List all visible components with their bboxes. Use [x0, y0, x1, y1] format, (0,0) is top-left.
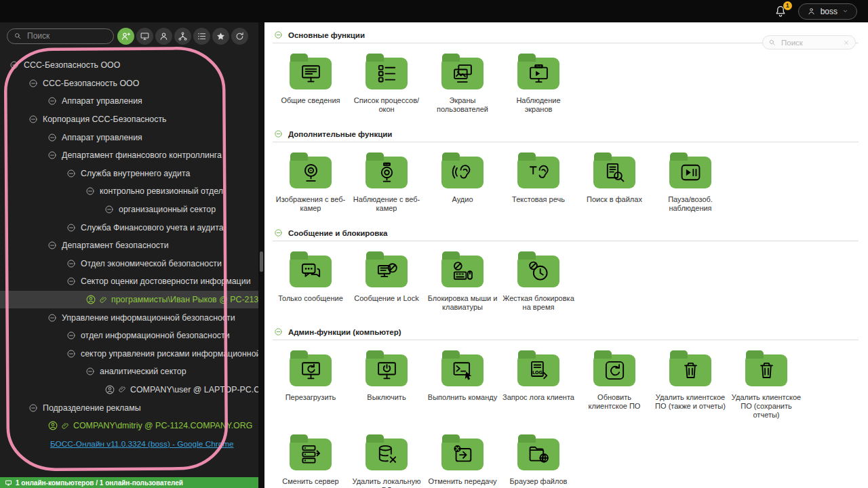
clear-search-icon[interactable]: [843, 39, 850, 46]
tree-item[interactable]: ССС-Безопасность ООО: [0, 75, 258, 93]
collapse-icon[interactable]: [47, 133, 57, 142]
toolbar-users-button[interactable]: [155, 28, 172, 45]
tree-item[interactable]: сектор управления рисками информационной…: [0, 345, 258, 363]
tile-client-log[interactable]: LOGЗапрос лога клиента: [500, 350, 576, 420]
tile-message[interactable]: Только сообщение: [273, 251, 349, 312]
collapse-icon[interactable]: [47, 96, 57, 106]
paperclip-icon: [61, 422, 70, 430]
tree-item[interactable]: ССС-Безопасность ООО: [0, 56, 258, 75]
search-icon: [14, 32, 22, 40]
collapse-icon[interactable]: [47, 150, 57, 160]
section-header[interactable]: Дополнительные функции: [273, 128, 859, 142]
tree-item-label: ССС-Безопасность ООО: [43, 79, 139, 88]
collapse-icon[interactable]: [47, 241, 57, 250]
tree-item[interactable]: отдел информационной безопасности: [0, 327, 258, 345]
tree-item[interactable]: программисты\Иван Рыков @ PC-2135.COM: [0, 291, 258, 309]
tree-item-label: ССС-Безопасность ООО: [24, 60, 120, 70]
tile-input-lock[interactable]: Блокировка мыши и клавиатуры: [425, 251, 500, 312]
sidebar-header: [0, 22, 258, 49]
collapse-icon[interactable]: [274, 30, 283, 39]
tree-item-label: аналитический сектор: [100, 367, 186, 376]
toolbar-list-view-button[interactable]: [193, 28, 210, 45]
tile-restart[interactable]: Перезагрузить: [273, 350, 349, 420]
tile-screen-live[interactable]: liveНаблюдение экранов: [500, 54, 576, 114]
tree-item[interactable]: Аппарат управления: [0, 128, 258, 146]
tree-item[interactable]: Сектор оценки достоверности информации: [0, 272, 258, 291]
tree-item[interactable]: Департамент безопасности: [0, 237, 258, 255]
tile-uninstall[interactable]: Удалить клиентское ПО (также и отчеты): [652, 350, 728, 420]
sidebar-search[interactable]: [7, 28, 114, 44]
tile-change-server[interactable]: Сменить сервер: [273, 434, 349, 488]
tile-audio-ear[interactable]: Аудио: [425, 152, 500, 213]
toolbar-computers-button[interactable]: [136, 28, 153, 45]
section-header[interactable]: Сообщение и блокировка: [273, 227, 859, 241]
tile-uninstall[interactable]: Удалить клиентское ПО (сохранить отчеты): [728, 350, 804, 420]
collapse-icon[interactable]: [47, 313, 57, 323]
tile-pause-resume[interactable]: Пауза/возоб. наблюдения: [652, 152, 728, 213]
collapse-icon[interactable]: [274, 327, 283, 336]
toolbar-refresh-button[interactable]: [231, 28, 248, 45]
tile-run-command[interactable]: Выполнить команду: [425, 350, 500, 420]
tree-item[interactable]: Аппарат управления: [0, 92, 258, 110]
user-icon: [47, 420, 58, 431]
tree-item[interactable]: БОСС-Онлайн v11.0.3324 (boss) - Google C…: [0, 434, 258, 453]
collapse-icon[interactable]: [28, 79, 38, 88]
collapse-icon[interactable]: [85, 367, 95, 376]
tree-item[interactable]: COMPANY\user @ LAPTOP-PC.CO: [0, 381, 258, 399]
tree-item[interactable]: COMPANY\dmitriy @ PC-1124.COMPANY.ORG: [0, 417, 258, 435]
function-section: Дополнительные функцииИзображения с веб-…: [273, 128, 859, 213]
tree-item-label: COMPANY\dmitriy @ PC-1124.COMPANY.ORG: [73, 421, 252, 430]
splitter-handle[interactable]: [260, 251, 263, 272]
collapse-icon[interactable]: [28, 115, 38, 124]
collapse-icon[interactable]: [66, 223, 76, 232]
collapse-icon[interactable]: [66, 349, 76, 359]
toolbar-structure-button[interactable]: [174, 28, 191, 45]
tile-time-lock[interactable]: Жесткая блокировка на время: [500, 251, 576, 312]
tree-item[interactable]: контрольно ревизионный отдел: [0, 182, 258, 201]
monitor-info-icon: [290, 58, 332, 89]
toolbar-favorites-button[interactable]: [212, 28, 229, 45]
tile-monitor-info[interactable]: Общие сведения: [273, 54, 349, 114]
tile-shutdown[interactable]: Выключить: [349, 350, 425, 420]
tile-update-client[interactable]: Обновить клиентское ПО: [576, 350, 652, 420]
tile-file-browser[interactable]: Браузер файлов: [500, 434, 576, 488]
collapse-icon[interactable]: [66, 259, 76, 268]
tile-process-list[interactable]: Список процессов/окон: [349, 54, 425, 114]
collapse-icon[interactable]: [66, 331, 76, 340]
tile-label: Экраны пользователей: [427, 96, 498, 114]
tile-cancel-transfer[interactable]: Отменить передачу отложенных данных: [425, 434, 500, 488]
collapse-icon[interactable]: [66, 277, 76, 286]
tile-message-lock[interactable]: Сообщение и Lock: [349, 251, 425, 312]
notifications-button[interactable]: 1: [774, 5, 787, 18]
tree-item[interactable]: Подразделение рекламы: [0, 399, 258, 417]
collapse-icon[interactable]: [85, 186, 95, 196]
collapse-icon[interactable]: [66, 169, 76, 178]
toolbar-user-add-button[interactable]: [117, 28, 134, 45]
tile-text-speech[interactable]: Текстовая речь: [500, 152, 576, 213]
collapse-icon[interactable]: [104, 205, 114, 214]
tile-file-search[interactable]: Поиск в файлах: [576, 152, 652, 213]
section-header[interactable]: Админ-функции (компьютер): [273, 326, 859, 340]
tile-user-screens[interactable]: Экраны пользователей: [425, 54, 500, 114]
tree-item[interactable]: Служба внутреннего аудита: [0, 165, 258, 183]
tree-item[interactable]: Служба Финансового учета и аудита: [0, 218, 258, 237]
collapse-icon[interactable]: [28, 403, 38, 413]
tree-item[interactable]: аналитический сектор: [0, 363, 258, 381]
tree-item[interactable]: Департамент финансового контроллинга: [0, 146, 258, 165]
tile-webcam[interactable]: Изображения с веб-камер: [273, 152, 349, 213]
tile-webcam-live[interactable]: liveНаблюдение с веб-камер: [349, 152, 425, 213]
collapse-icon[interactable]: [274, 228, 283, 237]
splitter[interactable]: [258, 22, 264, 488]
sidebar-search-input[interactable]: [26, 30, 107, 41]
chevron-down-icon: [842, 8, 848, 14]
tree-item[interactable]: Управление информационной безопасности: [0, 308, 258, 327]
tree-item[interactable]: Корпорация ССС-Безопасность: [0, 110, 258, 129]
collapse-icon[interactable]: [9, 60, 19, 70]
tree-item[interactable]: Отдел экономической безопасности: [0, 255, 258, 273]
main-search-input[interactable]: [780, 38, 839, 47]
tile-delete-db[interactable]: Удалить локальную БД: [349, 434, 425, 488]
collapse-icon[interactable]: [274, 129, 283, 138]
main-search[interactable]: [762, 35, 856, 49]
tree-item[interactable]: организационный сектор: [0, 201, 258, 219]
user-menu-button[interactable]: boss: [798, 3, 857, 20]
